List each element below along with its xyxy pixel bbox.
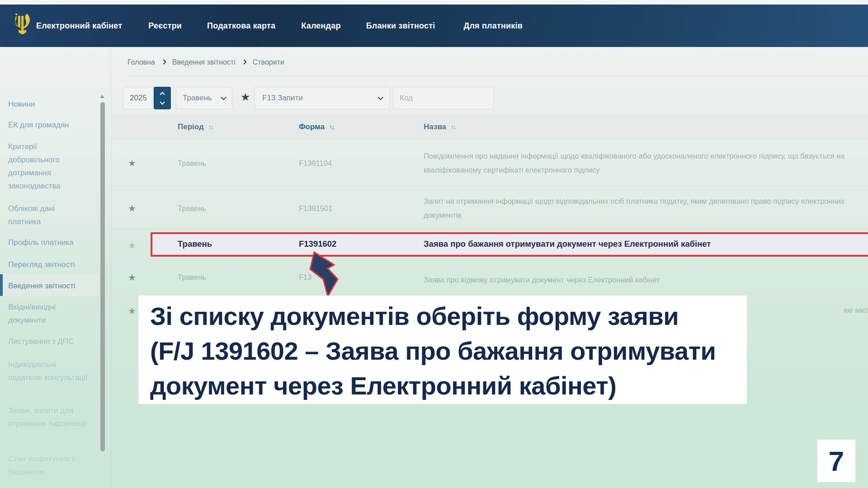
chevron-down-icon[interactable] bbox=[160, 99, 165, 104]
breadcrumb-enter-reporting[interactable]: Введення звітності bbox=[172, 58, 236, 66]
row-period: Травень bbox=[178, 159, 206, 168]
favorites-star-icon[interactable]: ★ bbox=[241, 92, 250, 103]
chevron-up-icon[interactable] bbox=[160, 92, 165, 97]
sort-icon[interactable]: ↑↓ bbox=[451, 123, 455, 131]
sidebar-item-news[interactable]: Новини bbox=[8, 98, 89, 111]
chevron-down-icon bbox=[221, 94, 226, 100]
row-period: Травень bbox=[178, 239, 212, 249]
form-type-select-value: F13 Запити bbox=[262, 94, 303, 103]
year-stepper[interactable] bbox=[154, 87, 171, 109]
month-select-value: Травень bbox=[183, 94, 212, 103]
table-header: Період ↑↓ Форма ↑↓ Назва ↑↓ bbox=[111, 115, 868, 139]
sidebar-active-bar bbox=[0, 274, 3, 296]
callout-line: (F/J 1391602 – Заява про бажання отримув… bbox=[150, 333, 747, 368]
column-header-period[interactable]: Період ↑↓ bbox=[178, 115, 213, 139]
top-navbar: Електронний кабінет Реєстри Податкова ка… bbox=[0, 5, 868, 47]
sidebar: Новини ЕК для громадян Критерії добровіл… bbox=[0, 47, 111, 488]
month-select[interactable]: Травень bbox=[176, 87, 232, 109]
row-star-icon[interactable]: ★ bbox=[128, 272, 136, 283]
row-form-code: F1391602 bbox=[299, 239, 336, 249]
chevron-right-icon bbox=[161, 59, 166, 64]
sidebar-scrollbar[interactable] bbox=[100, 102, 105, 451]
row-period: Травень bbox=[178, 204, 206, 213]
page-background: Електронний кабінет Реєстри Податкова ка… bbox=[0, 0, 868, 488]
trident-logo-icon bbox=[12, 13, 30, 39]
breadcrumb-create: Створити bbox=[253, 58, 284, 66]
page-number: 7 bbox=[817, 440, 855, 482]
chevron-down-icon bbox=[377, 94, 383, 100]
sort-icon[interactable]: ↑↓ bbox=[208, 123, 213, 131]
code-input[interactable] bbox=[393, 87, 494, 109]
callout-line: документ через Електронний кабінет) bbox=[150, 368, 747, 403]
row-name: Заява про відмову отримувати документ че… bbox=[424, 273, 868, 287]
row-form-code: F1391104 bbox=[299, 159, 332, 168]
sidebar-item-taxpayer-profile[interactable]: Профіль платника bbox=[8, 236, 89, 249]
sidebar-item-in-out-documents[interactable]: Вхідні/вихідні документи bbox=[8, 300, 89, 327]
nav-item-calendar[interactable]: Календар bbox=[301, 21, 340, 31]
column-header-form[interactable]: Форма ↑↓ bbox=[299, 115, 334, 139]
scrollbar-up-arrow-icon[interactable] bbox=[100, 95, 104, 98]
instruction-callout: Зі списку документів оберіть форму заяви… bbox=[138, 296, 747, 404]
nav-item-tax-map[interactable]: Податкова карта bbox=[207, 21, 275, 31]
sort-icon[interactable]: ↑↓ bbox=[329, 123, 334, 131]
row-name: Повідомлення про надання інформації щодо… bbox=[424, 149, 868, 177]
table-row[interactable]: ★ Травень F13 Заява про відмову отримува… bbox=[111, 261, 868, 292]
sidebar-item-applications-requests[interactable]: Заяви, запити для отримання інформації bbox=[8, 404, 89, 430]
form-type-select[interactable]: F13 Запити bbox=[255, 87, 390, 109]
row-divider bbox=[111, 293, 868, 293]
breadcrumb: Головна Введення звітності Створити bbox=[127, 58, 284, 66]
sidebar-item-compliance-criteria[interactable]: Критерії добровільного дотримання законо… bbox=[8, 140, 89, 192]
table-row[interactable]: ★ Травень F1391104 Повідомлення про нада… bbox=[111, 139, 868, 185]
sidebar-item-view-reporting[interactable]: Перегляд звітності bbox=[8, 258, 89, 271]
row-star-icon[interactable]: ★ bbox=[128, 158, 136, 169]
chevron-right-icon bbox=[241, 59, 246, 64]
row-star-icon[interactable]: ★ bbox=[128, 240, 136, 251]
table-row[interactable]: ★ Травень F1391501 Запит на отримання ін… bbox=[111, 186, 868, 229]
pointer-arrow-icon bbox=[309, 251, 351, 297]
sidebar-item-correspondence-dps[interactable]: Листування з ДПС bbox=[8, 335, 89, 348]
sidebar-item-taxpayer-records[interactable]: Облікові дані платника bbox=[8, 202, 89, 228]
row-name: Запит на отримання інформації щодо відпо… bbox=[424, 194, 868, 222]
nav-item-report-forms[interactable]: Бланки звітності bbox=[366, 21, 435, 31]
row-divider bbox=[111, 185, 868, 186]
row-name: Заява про бажання отримувати документ че… bbox=[424, 239, 868, 249]
nav-brand-title[interactable]: Електронний кабінет bbox=[36, 21, 122, 31]
row-star-icon[interactable]: ★ bbox=[128, 203, 136, 214]
callout-line: Зі списку документів оберіть форму заяви bbox=[150, 299, 747, 333]
sidebar-item-ek-citizens[interactable]: ЕК для громадян bbox=[8, 118, 89, 131]
row-divider bbox=[111, 229, 868, 229]
sidebar-item-budget-settlements[interactable]: Стан розрахунків з бюджетом bbox=[8, 452, 89, 479]
row-form-code: F1391501 bbox=[299, 204, 332, 213]
row-star-icon[interactable]: ★ bbox=[128, 305, 136, 316]
sidebar-item-individual-consultations[interactable]: Індивідуальні податкові консультації bbox=[8, 358, 89, 384]
row-period: Травень bbox=[178, 273, 206, 282]
year-input[interactable]: 2025 bbox=[123, 87, 154, 109]
top-strip bbox=[0, 0, 868, 5]
header-divider bbox=[127, 76, 868, 76]
row-name-fragment: які застосо bbox=[844, 306, 868, 314]
nav-item-registries[interactable]: Реєстри bbox=[148, 21, 182, 31]
sidebar-item-enter-reporting[interactable]: Введення звітності bbox=[8, 279, 89, 292]
nav-item-for-taxpayers[interactable]: Для платників bbox=[463, 21, 523, 31]
column-header-name[interactable]: Назва ↑↓ bbox=[424, 115, 455, 139]
breadcrumb-home[interactable]: Головна bbox=[127, 58, 155, 66]
